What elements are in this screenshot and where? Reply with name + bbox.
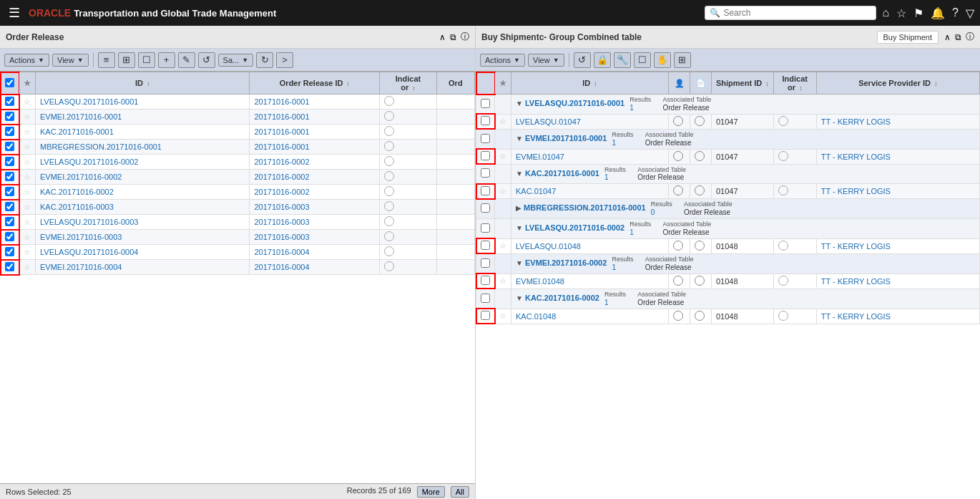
- star-icon[interactable]: ☆: [24, 97, 31, 106]
- child-star-cell[interactable]: ☆: [495, 309, 511, 324]
- child-checkbox[interactable]: [481, 151, 490, 160]
- right-select-all-header[interactable]: [476, 72, 495, 95]
- row-checkbox[interactable]: [5, 232, 14, 241]
- row-checkbox-cell[interactable]: [1, 170, 19, 185]
- group-checkbox-cell[interactable]: [476, 95, 495, 115]
- row-id-link[interactable]: MBREGRESSION.20171016-0001: [40, 142, 162, 151]
- select-all-header[interactable]: [1, 72, 19, 95]
- child-id-link[interactable]: KAC.01048: [516, 312, 556, 321]
- child-checkbox[interactable]: [481, 116, 490, 125]
- row-id-link[interactable]: KAC.20171016-0003: [40, 203, 114, 211]
- row-star-cell[interactable]: ☆: [19, 140, 36, 155]
- child-star-icon[interactable]: ☆: [499, 241, 506, 250]
- row-checkbox[interactable]: [5, 172, 14, 181]
- row-id-link[interactable]: KAC.20171016-0002: [40, 188, 114, 196]
- expand-icon[interactable]: ▼: [516, 100, 523, 107]
- row-order-release-id-link[interactable]: 20171016-0001: [254, 112, 309, 121]
- child-service-provider-link[interactable]: TT - KERRY LOGIS: [821, 187, 891, 195]
- row-star-cell[interactable]: ☆: [19, 215, 36, 230]
- right-refresh-icon[interactable]: ↺: [574, 52, 591, 68]
- expand-icon[interactable]: ▼: [516, 225, 523, 233]
- right-view-button[interactable]: View ▼: [528, 54, 564, 67]
- group-checkbox-cell[interactable]: [476, 219, 495, 239]
- expand-icon[interactable]: ▼: [516, 259, 523, 267]
- row-star-cell[interactable]: ☆: [19, 155, 36, 170]
- row-checkbox-cell[interactable]: [1, 95, 19, 110]
- copy-icon[interactable]: ☐: [138, 52, 155, 68]
- right-id-header[interactable]: ID ↕: [511, 72, 669, 95]
- row-checkbox[interactable]: [5, 142, 14, 151]
- indicator-header[interactable]: Indicator ↕: [380, 72, 436, 95]
- actions-button[interactable]: Actions ▼: [4, 54, 49, 67]
- left-info-icon[interactable]: ⓘ: [461, 31, 469, 43]
- group-checkbox[interactable]: [481, 99, 490, 108]
- right-service-provider-header[interactable]: Service Provider ID ↕: [816, 72, 979, 95]
- right-indicator-header[interactable]: Indicator ↕: [773, 72, 816, 95]
- group-checkbox[interactable]: [481, 168, 490, 178]
- expand-icon[interactable]: ▶: [516, 205, 521, 213]
- search-box[interactable]: 🔍: [705, 6, 876, 20]
- star-icon[interactable]: ☆: [24, 173, 31, 181]
- home-icon[interactable]: ⌂: [882, 6, 889, 19]
- row-checkbox-cell[interactable]: [1, 230, 19, 245]
- help-icon[interactable]: ?: [952, 6, 959, 19]
- refresh-icon[interactable]: ↺: [198, 52, 215, 68]
- star-icon[interactable]: ☆: [24, 158, 31, 166]
- row-star-cell[interactable]: ☆: [19, 95, 36, 110]
- row-checkbox[interactable]: [5, 217, 14, 226]
- child-checkbox-cell[interactable]: [476, 309, 495, 324]
- child-checkbox-cell[interactable]: [476, 114, 495, 129]
- buy-shipment-tab[interactable]: Buy Shipment: [877, 31, 939, 44]
- child-checkbox[interactable]: [481, 311, 490, 320]
- row-checkbox-cell[interactable]: [1, 125, 19, 140]
- row-id-link[interactable]: LVELASQU.20171016-0004: [40, 248, 138, 256]
- menu-icon[interactable]: ☰: [6, 5, 23, 21]
- row-checkbox[interactable]: [5, 157, 14, 166]
- star-icon[interactable]: ☆: [24, 142, 31, 151]
- star-icon[interactable]: ☆: [24, 112, 31, 121]
- group-checkbox[interactable]: [481, 223, 490, 233]
- row-checkbox-cell[interactable]: [1, 245, 19, 260]
- group-id-link[interactable]: KAC.20171016-0001: [525, 169, 599, 178]
- group-checkbox-cell[interactable]: [476, 129, 495, 149]
- right-copy-icon[interactable]: ☐: [634, 52, 651, 68]
- child-star-cell[interactable]: ☆: [495, 184, 511, 199]
- group-checkbox[interactable]: [481, 203, 490, 213]
- row-star-cell[interactable]: ☆: [19, 260, 36, 275]
- row-order-release-id-link[interactable]: 20171016-0004: [254, 263, 309, 271]
- group-checkbox-cell[interactable]: [476, 253, 495, 273]
- child-star-icon[interactable]: ☆: [499, 187, 506, 195]
- star-icon[interactable]: ☆: [24, 233, 31, 241]
- row-order-release-id-link[interactable]: 20171016-0002: [254, 188, 309, 196]
- child-star-cell[interactable]: ☆: [495, 238, 511, 253]
- child-checkbox-cell[interactable]: [476, 238, 495, 253]
- flag-icon[interactable]: ⚑: [913, 6, 923, 20]
- child-star-cell[interactable]: ☆: [495, 149, 511, 164]
- left-popout-icon[interactable]: ⧉: [450, 32, 456, 42]
- child-service-provider-link[interactable]: TT - KERRY LOGIS: [821, 117, 891, 126]
- child-checkbox[interactable]: [481, 241, 490, 250]
- reload-icon[interactable]: ↻: [256, 52, 273, 68]
- row-checkbox[interactable]: [5, 262, 14, 271]
- child-service-provider-link[interactable]: TT - KERRY LOGIS: [821, 312, 891, 321]
- more-button[interactable]: More: [417, 486, 445, 498]
- right-drag-icon[interactable]: ✋: [654, 52, 671, 68]
- child-star-cell[interactable]: ☆: [495, 114, 511, 129]
- row-order-release-id-link[interactable]: 20171016-0001: [254, 97, 309, 106]
- row-checkbox-cell[interactable]: [1, 140, 19, 155]
- child-service-provider-link[interactable]: TT - KERRY LOGIS: [821, 277, 891, 286]
- group-checkbox[interactable]: [481, 134, 490, 143]
- more-icon[interactable]: >: [276, 52, 293, 68]
- bell-icon[interactable]: 🔔: [931, 6, 945, 20]
- row-order-release-id-link[interactable]: 20171016-0003: [254, 203, 309, 211]
- save-button[interactable]: Sa... ▼: [218, 54, 254, 67]
- group-id-link[interactable]: MBREGRESSION.20171016-0001: [524, 204, 646, 213]
- row-star-cell[interactable]: ☆: [19, 170, 36, 185]
- search-input[interactable]: [723, 8, 866, 18]
- id-header[interactable]: ID ↕: [36, 72, 250, 95]
- row-checkbox[interactable]: [5, 187, 14, 196]
- expand-icon[interactable]: ▼: [516, 294, 523, 302]
- row-id-link[interactable]: LVELASQU.20171016-0003: [40, 218, 138, 226]
- row-star-cell[interactable]: ☆: [19, 200, 36, 215]
- group-id-link[interactable]: KAC.20171016-0002: [525, 294, 599, 302]
